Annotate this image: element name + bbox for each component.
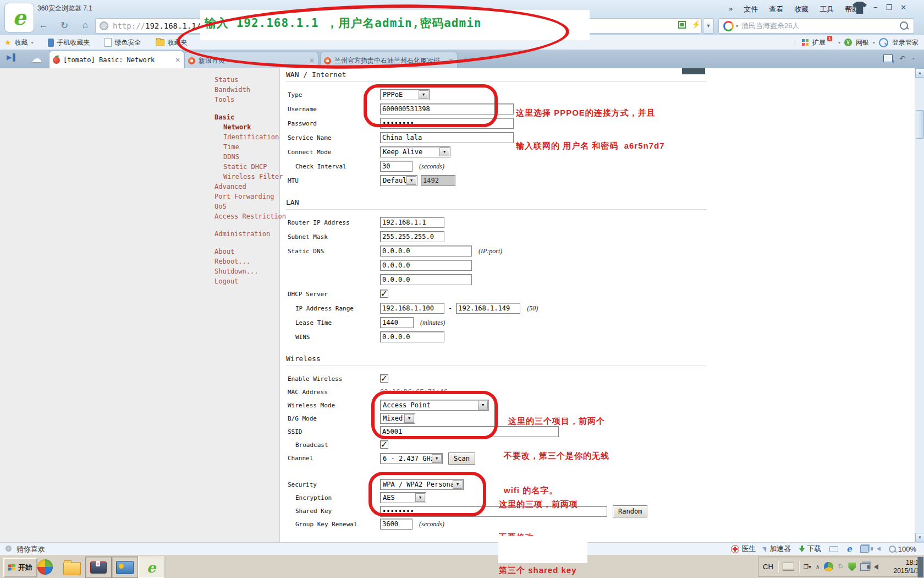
- sidebar-item-access-restriction[interactable]: Access Restriction: [215, 212, 286, 220]
- sidebar-item-status[interactable]: Status: [215, 76, 238, 84]
- sidebar-item-administration[interactable]: Administration: [215, 230, 270, 238]
- minimize-button[interactable]: −: [873, 3, 878, 12]
- chevron-down-icon[interactable]: ▼: [432, 454, 442, 463]
- tab-tomato[interactable]: [tomato] Basic: Network ✕: [49, 51, 184, 69]
- sidebar-item-basic[interactable]: Basic: [215, 113, 234, 121]
- menu-tools[interactable]: 工具: [820, 4, 834, 14]
- show-desktop-button[interactable]: [917, 557, 923, 577]
- login-manager-button[interactable]: 登录管家: [892, 38, 919, 47]
- search-engine-icon[interactable]: [723, 21, 734, 31]
- undo-close-tab-icon[interactable]: ↶: [899, 54, 906, 63]
- recently-closed-icon[interactable]: [883, 54, 893, 62]
- sidebar-item-about[interactable]: About: [215, 248, 234, 255]
- lan-dhcp-server-checkbox[interactable]: ✓: [380, 290, 388, 298]
- scan-button[interactable]: Scan: [448, 452, 475, 465]
- sidebar-item-shutdown[interactable]: Shutdown...: [215, 268, 258, 275]
- browser-logo-button[interactable]: e: [4, 3, 34, 32]
- bookmark-green-safety[interactable]: 绿色安全: [115, 38, 141, 47]
- maximize-button[interactable]: ❐: [886, 3, 893, 12]
- toolbar-restore-icon[interactable]: ❐▾: [804, 564, 811, 570]
- lan-wins-input[interactable]: 0.0.0.0: [380, 331, 444, 342]
- cloud-sync-icon[interactable]: ☁: [31, 52, 42, 65]
- chevron-down-icon[interactable]: ▼: [439, 148, 449, 156]
- menu-overflow-icon[interactable]: »: [729, 4, 733, 14]
- sidebar-item-wireless-filter[interactable]: Wireless Filter: [223, 173, 283, 181]
- accelerator-button[interactable]: 加速器: [764, 544, 791, 554]
- wl-group-key-input[interactable]: 3600: [380, 519, 413, 530]
- doctor-button[interactable]: 医生: [731, 544, 756, 554]
- ie-mode-icon[interactable]: e: [846, 544, 852, 554]
- search-input[interactable]: 渔民当海盗杀26人: [741, 21, 799, 31]
- lan-dns3-input[interactable]: 0.0.0.0: [380, 274, 472, 285]
- sidebar-item-ddns[interactable]: DDNS: [223, 153, 239, 161]
- tray-shield-icon[interactable]: [848, 563, 856, 571]
- scroll-down-icon[interactable]: ▼: [915, 533, 924, 542]
- chevron-down-icon[interactable]: ▼: [406, 176, 416, 185]
- wan-mtu-select[interactable]: Default▼: [380, 175, 417, 186]
- sidebar-item-advanced[interactable]: Advanced: [215, 183, 246, 190]
- search-box[interactable]: ▾ 渔民当海盗杀26人: [718, 18, 914, 34]
- sidebar-item-identification[interactable]: Identification: [223, 133, 279, 141]
- chevron-down-icon[interactable]: ▾: [736, 24, 738, 29]
- menu-file[interactable]: 文件: [744, 4, 758, 14]
- search-icon[interactable]: [900, 21, 908, 30]
- tab-close-icon[interactable]: ✕: [175, 56, 180, 64]
- keyboard-icon[interactable]: [783, 563, 794, 571]
- lan-router-ip-input[interactable]: 192.168.1.1: [380, 217, 444, 228]
- tray-volume-icon[interactable]: [874, 564, 878, 570]
- scrollbar-thumb[interactable]: [916, 110, 924, 139]
- wl-broadcast-checkbox[interactable]: ✓: [380, 440, 388, 449]
- chevron-down-icon[interactable]: ▾: [912, 56, 915, 61]
- url-dropdown-button[interactable]: ▼: [703, 18, 714, 34]
- refresh-button[interactable]: ↻: [56, 18, 73, 33]
- vertical-scrollbar[interactable]: ▲ ▼: [915, 68, 924, 542]
- sidebar-item-network[interactable]: Network: [223, 123, 251, 131]
- expand-tray-icon[interactable]: ∧: [816, 564, 820, 570]
- reader-icon[interactable]: [829, 546, 838, 552]
- menu-view[interactable]: 查看: [769, 4, 783, 14]
- wan-check-interval-input[interactable]: 30: [380, 161, 413, 172]
- wan-service-name-input[interactable]: China lala: [380, 132, 514, 143]
- back-button[interactable]: ←: [35, 18, 52, 33]
- sidebar-item-reboot[interactable]: Reboot...: [215, 258, 250, 265]
- chevron-down-icon[interactable]: ▾: [31, 40, 34, 45]
- sidebar-item-time[interactable]: Time: [223, 143, 239, 151]
- lan-lease-time-input[interactable]: 1440: [380, 317, 414, 328]
- random-button[interactable]: Random: [613, 505, 647, 517]
- favorite-star-icon[interactable]: ★: [4, 38, 12, 47]
- sidebar-item-tools[interactable]: Tools: [215, 96, 234, 103]
- netbank-button[interactable]: 网银: [856, 38, 869, 47]
- taskbar-360-icon[interactable]: [37, 559, 53, 575]
- start-button[interactable]: 开始: [3, 558, 37, 577]
- close-button[interactable]: ✕: [900, 3, 906, 12]
- sidebar-item-bandwidth[interactable]: Bandwidth: [215, 86, 250, 94]
- extensions-button[interactable]: 扩展: [812, 38, 826, 47]
- chevron-down-icon[interactable]: ▾: [838, 40, 840, 45]
- suggest-link[interactable]: 猜你喜欢: [16, 544, 45, 554]
- sidebar-item-qos[interactable]: QoS: [215, 203, 227, 210]
- sidebar-item-logout[interactable]: Logout: [215, 277, 238, 285]
- tray-360-icon[interactable]: [824, 562, 833, 571]
- wl-enable-checkbox[interactable]: ✓: [380, 374, 388, 383]
- download-button[interactable]: 下载: [799, 544, 821, 554]
- session-restore-icon[interactable]: ▶▐: [7, 53, 14, 61]
- wl-channel-select[interactable]: 6 - 2.437 GHz▼: [380, 453, 443, 464]
- menu-favorites[interactable]: 收藏: [794, 4, 809, 14]
- taskbar-settings-button[interactable]: [112, 557, 138, 578]
- sidebar-item-port-forwarding[interactable]: Port Forwarding: [215, 193, 274, 200]
- mute-icon[interactable]: [877, 547, 881, 551]
- lan-ip-range-input-start[interactable]: 192.168.1.100: [380, 303, 444, 314]
- lan-dns2-input[interactable]: 0.0.0.0: [380, 260, 472, 271]
- lan-subnet-mask-input[interactable]: 255.255.255.0: [380, 231, 444, 242]
- taskbar-folder-icon[interactable]: [63, 562, 81, 575]
- home-button[interactable]: ⌂: [77, 18, 94, 33]
- bookmark-phone-favorites[interactable]: 手机收藏夹: [57, 38, 90, 47]
- lan-dns1-input[interactable]: 0.0.0.0: [380, 246, 472, 257]
- taskbar-firstaid-button[interactable]: [85, 557, 112, 578]
- tray-clock[interactable]: 18:152015/1/11: [884, 559, 922, 575]
- taskbar-browser-button[interactable]: e: [138, 557, 164, 578]
- url-text[interactable]: http://192.168.1.1/: [113, 21, 201, 30]
- sidebar-item-static-dhcp[interactable]: Static DHCP: [223, 163, 267, 171]
- wan-connect-mode-select[interactable]: Keep Alive▼: [380, 146, 450, 157]
- windows-icon[interactable]: [860, 546, 868, 553]
